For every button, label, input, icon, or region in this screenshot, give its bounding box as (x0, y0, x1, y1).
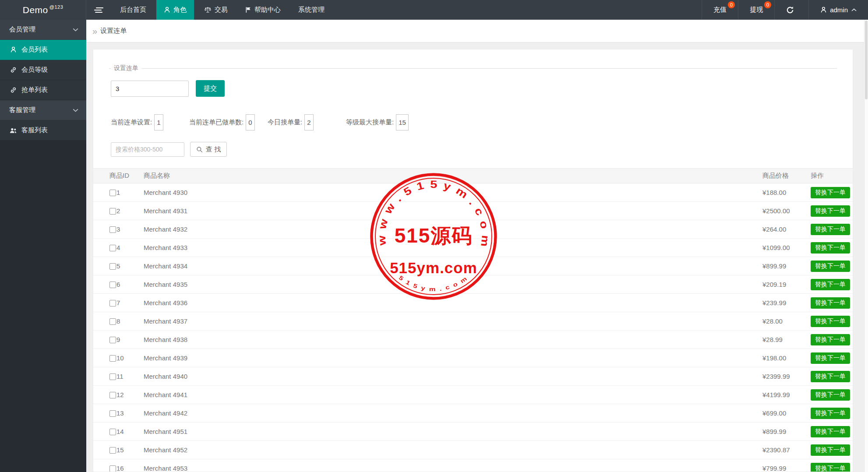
products-table: 商品ID 商品名称 商品价格 操作 1Merchant 4930¥188.00替… (93, 168, 853, 472)
product-id-cell: 13 (93, 404, 144, 423)
sidebar-item[interactable]: 会员等级 (0, 60, 86, 80)
product-name-cell: Merchant 4951 (144, 423, 762, 441)
row-checkbox[interactable] (109, 208, 116, 215)
row-checkbox[interactable] (109, 429, 116, 435)
row-checkbox[interactable] (109, 465, 116, 472)
table-row: 8Merchant 4937¥28.00替换下一单 (93, 312, 853, 331)
sidebar-group-label: 客服管理 (9, 106, 35, 114)
product-id-cell: 3 (93, 220, 144, 239)
product-name-cell: Merchant 4932 (144, 220, 762, 239)
nav-tabs: 后台首页角色交易帮助中心系统管理 (113, 0, 335, 20)
table-row: 11Merchant 4940¥2399.99替换下一单 (93, 367, 853, 386)
tab-4[interactable]: 系统管理 (291, 0, 332, 20)
row-checkbox[interactable] (109, 263, 116, 270)
fieldset-legend: 设置连单 (111, 64, 141, 72)
stat-item: 当前连单已做单数:0 (189, 114, 268, 130)
product-table-body: 1Merchant 4930¥188.00替换下一单2Merchant 4931… (93, 183, 853, 472)
person-icon (9, 46, 17, 53)
product-id-cell: 10 (93, 349, 144, 367)
product-price-cell: ¥899.99 (762, 423, 811, 441)
row-checkbox[interactable] (109, 373, 116, 380)
sidebar-group-header-1[interactable]: 客服管理 (0, 100, 86, 120)
row-checkbox[interactable] (109, 190, 116, 196)
row-checkbox[interactable] (109, 226, 116, 233)
table-row: 9Merchant 4938¥28.99替换下一单 (93, 331, 853, 349)
sidebar-item-label: 会员等级 (21, 66, 48, 74)
row-checkbox[interactable] (109, 392, 116, 398)
table-row: 7Merchant 4936¥239.99替换下一单 (93, 294, 853, 312)
replace-next-order-button[interactable]: 替换下一单 (811, 334, 850, 345)
sidebar-toggle-icon[interactable] (86, 0, 111, 20)
row-checkbox[interactable] (109, 410, 116, 417)
sidebar-item[interactable]: 客服列表 (0, 120, 86, 141)
replace-next-order-button[interactable]: 替换下一单 (811, 187, 850, 198)
replace-next-order-button[interactable]: 替换下一单 (811, 463, 850, 472)
tab-2[interactable]: 交易 (197, 0, 235, 20)
refresh-button[interactable] (774, 0, 808, 20)
withdraw-button[interactable]: 提现 0 (738, 0, 774, 20)
replace-next-order-button[interactable]: 替换下一单 (811, 242, 850, 254)
recharge-button[interactable]: 充值 0 (702, 0, 738, 20)
tab-1[interactable]: 角色 (156, 0, 194, 20)
link-icon (9, 67, 17, 73)
sidebar-group-header-0[interactable]: 会员管理 (0, 20, 86, 40)
search-button[interactable]: 查 找 (190, 142, 227, 157)
recharge-badge: 0 (728, 1, 735, 8)
withdraw-label: 提现 (750, 6, 763, 14)
row-checkbox[interactable] (109, 318, 116, 325)
sidebar-item-label: 客服列表 (21, 126, 48, 134)
row-checkbox[interactable] (109, 337, 116, 343)
tab-3[interactable]: 帮助中心 (238, 0, 288, 20)
row-checkbox[interactable] (109, 447, 116, 454)
table-row: 14Merchant 4951¥899.99替换下一单 (93, 423, 853, 441)
replace-next-order-button[interactable]: 替换下一单 (811, 408, 850, 419)
tab-0[interactable]: 后台首页 (113, 0, 154, 20)
row-checkbox[interactable] (109, 300, 116, 306)
row-checkbox[interactable] (109, 355, 116, 362)
tab-label: 帮助中心 (254, 6, 281, 14)
replace-next-order-button[interactable]: 替换下一单 (811, 389, 850, 401)
stat-item: 当前连单设置:1 (111, 114, 189, 130)
table-row: 15Merchant 4952¥2390.87替换下一单 (93, 441, 853, 459)
row-checkbox[interactable] (109, 282, 116, 288)
table-header-row: 商品ID 商品名称 商品价格 操作 (93, 169, 853, 183)
replace-next-order-button[interactable]: 替换下一单 (811, 205, 850, 217)
row-checkbox[interactable] (109, 245, 116, 251)
replace-next-order-button[interactable]: 替换下一单 (811, 352, 850, 364)
product-id: 7 (116, 299, 120, 306)
product-id-cell: 12 (93, 386, 144, 404)
product-price-cell: ¥198.00 (762, 349, 811, 367)
replace-next-order-button[interactable]: 替换下一单 (811, 261, 850, 272)
table-row: 12Merchant 4941¥4199.99替换下一单 (93, 386, 853, 404)
product-name-cell: Merchant 4930 (144, 183, 762, 202)
product-id-cell: 14 (93, 423, 144, 441)
replace-next-order-button[interactable]: 替换下一单 (811, 297, 850, 309)
product-id: 6 (116, 281, 120, 288)
sidebar-item[interactable]: 会员列表 (0, 40, 86, 60)
product-price-cell: ¥799.99 (762, 459, 811, 472)
page-scrollbar[interactable] (864, 20, 868, 472)
price-search-input[interactable] (111, 142, 184, 157)
product-name-cell: Merchant 4953 (144, 459, 762, 472)
username: admin (830, 6, 848, 14)
table-row: 3Merchant 4932¥264.00替换下一单 (93, 220, 853, 239)
replace-next-order-button[interactable]: 替换下一单 (811, 444, 850, 456)
replace-next-order-button[interactable]: 替换下一单 (811, 426, 850, 437)
product-id-cell: 2 (93, 202, 144, 220)
product-name-cell: Merchant 4931 (144, 202, 762, 220)
product-id-cell: 6 (93, 275, 144, 294)
product-price-cell: ¥188.00 (762, 183, 811, 202)
chain-count-input[interactable] (111, 81, 189, 97)
replace-next-order-button[interactable]: 替换下一单 (811, 316, 850, 327)
scrollbar-thumb[interactable] (865, 21, 868, 99)
user-menu[interactable]: admin (808, 0, 868, 20)
product-id-cell: 16 (93, 459, 144, 472)
sidebar-item[interactable]: 抢单列表 (0, 80, 86, 100)
chevron-up-icon (851, 8, 857, 11)
replace-next-order-button[interactable]: 替换下一单 (811, 224, 850, 235)
replace-next-order-button[interactable]: 替换下一单 (811, 371, 850, 382)
submit-button[interactable]: 提交 (196, 80, 225, 97)
product-price-cell: ¥209.19 (762, 275, 811, 294)
replace-next-order-button[interactable]: 替换下一单 (811, 279, 850, 290)
product-id: 5 (116, 262, 120, 270)
